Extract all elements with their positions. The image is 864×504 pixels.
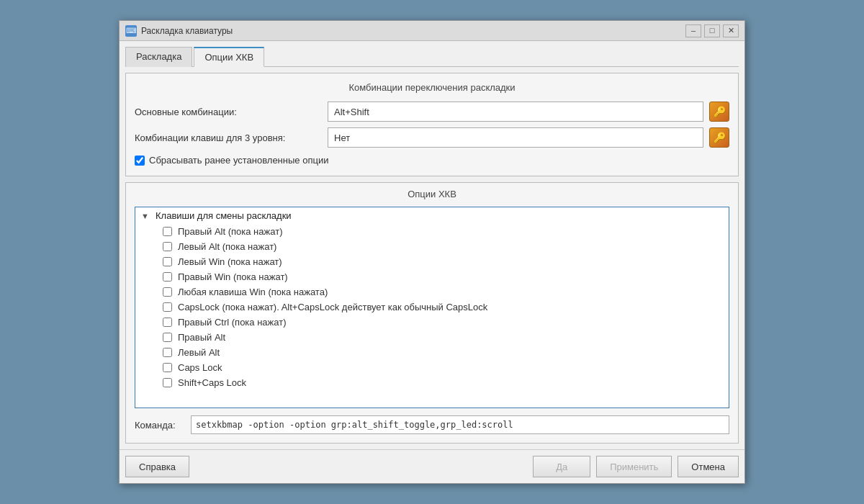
tree-group-header[interactable]: ▼ Клавиши для смены раскладки [135, 207, 729, 224]
tab-layout[interactable]: Раскладка [125, 47, 192, 67]
list-item[interactable]: Левый Win (пока нажат) [157, 254, 729, 269]
item4-checkbox[interactable] [163, 272, 172, 282]
item3-checkbox[interactable] [163, 257, 172, 266]
list-item[interactable]: Правый Alt [157, 330, 729, 345]
tab-bar: Раскладка Опции ХКВ [125, 47, 739, 67]
main-combo-label: Основные комбинации: [135, 107, 322, 117]
apply-button[interactable]: Применить [596, 456, 672, 477]
main-combo-value[interactable]: Alt+Shift [328, 102, 703, 122]
tree-group-label: Клавиши для смены раскладки [156, 210, 292, 221]
item11-checkbox[interactable] [163, 378, 172, 387]
tab-xkb[interactable]: Опции ХКВ [194, 47, 264, 67]
item7-checkbox[interactable] [163, 318, 172, 327]
level3-combo-row: Комбинации клавиш для 3 уровня: Нет 🔑 [135, 127, 729, 148]
reset-label[interactable]: Сбрасывать ранее установленные опции [149, 155, 328, 166]
main-panel: Комбинации переключения раскладки Основн… [125, 73, 739, 176]
switching-section-title: Комбинации переключения раскладки [135, 82, 729, 93]
item8-label[interactable]: Правый Alt [178, 332, 225, 343]
list-item[interactable]: Правый Win (пока нажат) [157, 269, 729, 284]
item10-label[interactable]: Caps Lock [178, 362, 222, 373]
reset-row: Сбрасывать ранее установленные опции [135, 153, 729, 167]
item10-checkbox[interactable] [163, 363, 172, 372]
list-item[interactable]: Левый Alt (пока нажат) [157, 239, 729, 254]
level3-combo-edit-button[interactable]: 🔑 [709, 127, 729, 148]
item4-label[interactable]: Правый Win (пока нажат) [178, 271, 288, 282]
list-item[interactable]: CapsLock (пока нажат). Alt+CapsLock дейс… [157, 300, 729, 315]
xkb-section: Опции ХКВ ▼ Клавиши для смены раскладки … [125, 182, 739, 444]
window-title: Раскладка клавиатуры [141, 26, 681, 36]
app-icon: ⌨ [125, 25, 137, 37]
window-controls: – □ ✕ [685, 24, 739, 37]
list-item[interactable]: Shift+Caps Lock [157, 375, 729, 390]
list-item[interactable]: Caps Lock [157, 360, 729, 375]
xkb-tree[interactable]: ▼ Клавиши для смены раскладки Правый Alt… [135, 207, 729, 408]
maximize-button[interactable]: □ [704, 24, 720, 37]
main-window: ⌨ Раскладка клавиатуры – □ ✕ Раскладка О… [119, 20, 745, 484]
yes-button[interactable]: Да [533, 456, 590, 477]
list-item[interactable]: Правый Alt (пока нажат) [157, 224, 729, 239]
item1-label[interactable]: Правый Alt (пока нажат) [178, 226, 282, 237]
item5-checkbox[interactable] [163, 287, 172, 297]
item2-checkbox[interactable] [163, 242, 172, 251]
item6-checkbox[interactable] [163, 302, 172, 312]
item3-label[interactable]: Левый Win (пока нажат) [178, 256, 282, 267]
window-content: Раскладка Опции ХКВ Комбинации переключе… [120, 41, 744, 449]
item11-label[interactable]: Shift+Caps Lock [178, 377, 246, 388]
item2-label[interactable]: Левый Alt (пока нажат) [178, 241, 276, 252]
main-combo-row: Основные комбинации: Alt+Shift 🔑 [135, 102, 729, 122]
tree-items: Правый Alt (пока нажат) Левый Alt (пока … [135, 224, 729, 390]
item1-checkbox[interactable] [163, 227, 172, 236]
bottom-bar: Справка Да Применить Отмена [120, 449, 744, 483]
close-button[interactable]: ✕ [723, 24, 739, 37]
level3-combo-label: Комбинации клавиш для 3 уровня: [135, 132, 322, 143]
item5-label[interactable]: Любая клавиша Win (пока нажата) [178, 287, 328, 297]
xkb-section-title: Опции ХКВ [135, 189, 729, 199]
titlebar: ⌨ Раскладка клавиатуры – □ ✕ [120, 21, 744, 41]
list-item[interactable]: Любая клавиша Win (пока нажата) [157, 284, 729, 300]
item6-label[interactable]: CapsLock (пока нажат). Alt+CapsLock дейс… [178, 302, 487, 312]
reset-checkbox[interactable] [135, 156, 145, 166]
item7-label[interactable]: Правый Ctrl (пока нажат) [178, 317, 287, 328]
command-label: Команда: [135, 420, 185, 431]
help-button[interactable]: Справка [125, 456, 189, 477]
item9-label[interactable]: Левый Alt [178, 347, 220, 358]
main-combo-edit-button[interactable]: 🔑 [709, 102, 729, 122]
list-item[interactable]: Левый Alt [157, 345, 729, 360]
command-row: Команда: [135, 413, 729, 437]
command-input[interactable] [191, 415, 729, 434]
level3-combo-value[interactable]: Нет [328, 127, 703, 148]
cancel-button[interactable]: Отмена [678, 456, 739, 477]
item8-checkbox[interactable] [163, 333, 172, 342]
list-item[interactable]: Правый Ctrl (пока нажат) [157, 315, 729, 330]
item9-checkbox[interactable] [163, 348, 172, 357]
minimize-button[interactable]: – [685, 24, 701, 37]
tree-toggle-icon: ▼ [141, 212, 151, 220]
